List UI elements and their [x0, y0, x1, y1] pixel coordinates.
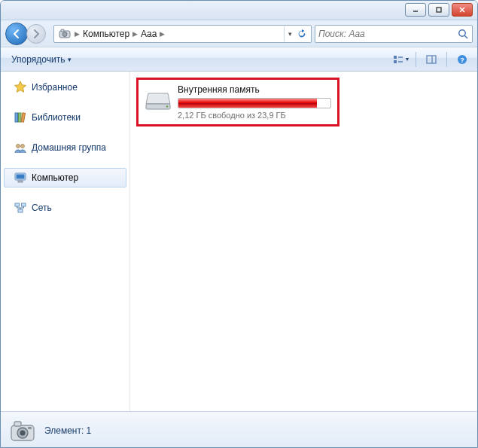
drive-info: Внутренняя память 2,12 ГБ свободно из 23…: [178, 84, 331, 120]
sidebar-item-computer[interactable]: Компьютер: [4, 168, 126, 187]
search-input[interactable]: [318, 29, 457, 39]
preview-pane-button[interactable]: [422, 51, 440, 68]
forward-button[interactable]: [26, 24, 46, 44]
sidebar-item-network[interactable]: Сеть: [1, 198, 129, 218]
svg-point-7: [459, 29, 465, 35]
homegroup-icon: [14, 141, 27, 154]
refresh-button[interactable]: [294, 26, 309, 41]
chevron-right-icon[interactable]: ▶: [159, 30, 166, 38]
drive-free-text: 2,12 ГБ свободно из 23,9 ГБ: [178, 111, 331, 120]
organize-label: Упорядочить: [11, 54, 65, 65]
navigation-pane[interactable]: Избранное Библиотеки: [1, 72, 130, 411]
svg-rect-19: [21, 113, 26, 122]
drive-icon: [145, 89, 172, 111]
svg-rect-34: [28, 427, 32, 429]
svg-rect-26: [22, 203, 26, 206]
status-text: Элемент: 1: [44, 425, 91, 436]
sidebar-item-label: Домашняя группа: [32, 142, 106, 153]
toolbar-right: ▾ ?: [391, 51, 471, 68]
search-box[interactable]: [315, 25, 473, 43]
chevron-down-icon[interactable]: ▾: [286, 30, 294, 38]
svg-text:?: ?: [460, 56, 464, 63]
organize-button[interactable]: Упорядочить ▾: [7, 52, 76, 67]
svg-rect-17: [15, 113, 18, 122]
drive-capacity-bar: [178, 98, 331, 108]
content-pane[interactable]: Внутренняя память 2,12 ГБ свободно из 23…: [130, 72, 477, 411]
svg-rect-10: [394, 60, 397, 63]
sidebar-item-label: Сеть: [32, 203, 52, 213]
chevron-right-icon[interactable]: ▶: [132, 30, 139, 38]
drive-item[interactable]: Внутренняя память 2,12 ГБ свободно из 23…: [136, 78, 339, 126]
svg-rect-1: [437, 8, 441, 12]
camera-device-icon: [58, 27, 72, 41]
back-button[interactable]: [5, 23, 28, 45]
sidebar-item-label: Компьютер: [32, 172, 78, 183]
svg-rect-23: [17, 175, 25, 179]
explorer-window: ▶ Компьютер ▶ Aaa ▶ ▾ Упорядочить ▾: [0, 0, 478, 448]
svg-rect-25: [15, 203, 20, 206]
title-bar[interactable]: [1, 1, 477, 20]
svg-rect-9: [394, 56, 397, 59]
command-bar: Упорядочить ▾ ▾ ?: [1, 47, 477, 72]
svg-rect-24: [18, 181, 23, 182]
details-pane: Элемент: 1: [1, 411, 477, 448]
svg-rect-27: [18, 209, 23, 212]
address-bar[interactable]: ▶ Компьютер ▶ Aaa ▶ ▾: [53, 25, 312, 43]
svg-rect-18: [19, 113, 22, 122]
minimize-button[interactable]: [405, 3, 426, 17]
maximize-button[interactable]: [428, 3, 449, 17]
svg-point-21: [21, 145, 25, 148]
svg-point-32: [20, 430, 26, 435]
chevron-right-icon[interactable]: ▶: [74, 30, 81, 38]
sidebar-item-label: Библиотеки: [32, 112, 81, 123]
breadcrumb-computer[interactable]: Компьютер: [81, 29, 132, 39]
svg-rect-13: [427, 56, 436, 63]
close-button[interactable]: [452, 3, 473, 17]
sidebar-item-libraries[interactable]: Библиотеки: [1, 108, 129, 127]
drive-name: Внутренняя память: [178, 84, 331, 95]
chevron-down-icon: ▾: [406, 56, 409, 62]
view-options-button[interactable]: ▾: [391, 51, 409, 68]
address-bar-right: ▾: [282, 26, 309, 41]
svg-point-5: [62, 32, 67, 36]
chevron-down-icon: ▾: [68, 56, 72, 63]
help-button[interactable]: ?: [453, 51, 471, 68]
libraries-icon: [14, 111, 27, 124]
svg-rect-33: [14, 422, 21, 426]
divider: [446, 52, 447, 67]
nav-buttons: [5, 23, 50, 45]
camera-device-icon: [8, 416, 37, 445]
drive-capacity-fill: [178, 99, 317, 108]
svg-point-20: [17, 145, 20, 148]
navigation-row: ▶ Компьютер ▶ Aaa ▶ ▾: [1, 20, 477, 47]
divider: [284, 26, 285, 41]
sidebar-item-favorites[interactable]: Избранное: [1, 78, 129, 97]
window-controls: [405, 3, 473, 17]
sidebar-item-label: Избранное: [32, 82, 78, 93]
main-area: Избранное Библиотеки: [1, 72, 477, 411]
svg-line-8: [464, 35, 467, 38]
sidebar-item-homegroup[interactable]: Домашняя группа: [1, 138, 129, 157]
svg-rect-6: [61, 29, 64, 32]
svg-point-29: [166, 105, 169, 108]
computer-icon: [14, 171, 27, 184]
network-icon: [14, 201, 27, 215]
search-icon[interactable]: [457, 28, 469, 40]
star-icon: [14, 81, 27, 94]
breadcrumb-folder[interactable]: Aaa: [139, 29, 159, 39]
divider: [416, 52, 416, 67]
